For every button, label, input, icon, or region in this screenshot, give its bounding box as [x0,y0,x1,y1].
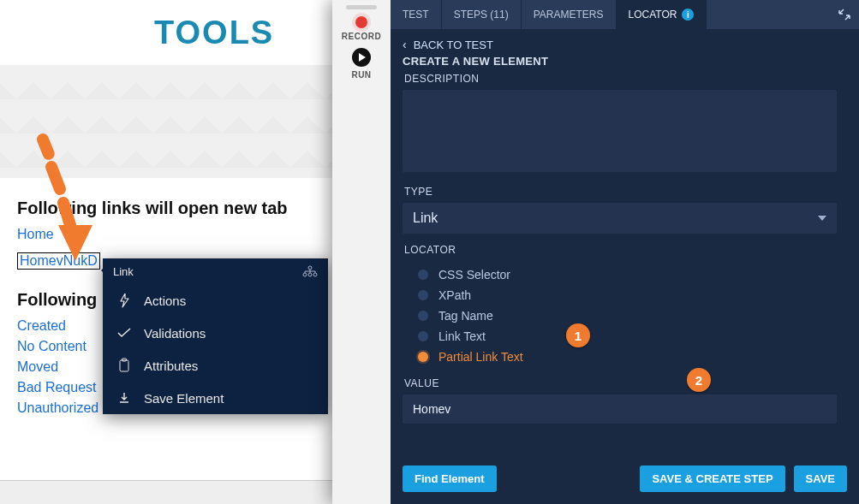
locator-linktext[interactable]: Link Text [418,326,837,347]
locator-partial-linktext[interactable]: Partial Link Text [418,347,837,367]
svg-point-4 [308,266,312,270]
tab-locator[interactable]: LOCATOR i [617,0,707,29]
ctx-label: Attributes [144,359,198,373]
collapse-button[interactable] [830,0,859,29]
type-select[interactable]: Link [403,203,837,234]
locator-options: CSS Selector XPath Tag Name Link Text Pa… [403,261,837,367]
download-icon [116,390,132,406]
back-to-test[interactable]: ‹ BACK TO TEST [391,29,859,55]
ctx-label: Actions [144,294,186,308]
tab-test[interactable]: TEST [391,0,442,29]
ctx-label: Save Element [144,391,224,406]
svg-rect-8 [120,360,128,371]
chevron-down-icon [818,216,826,221]
site-logo: TOOLS [154,15,274,51]
run-button[interactable]: RUN [351,48,371,80]
button-bar: Find Element SAVE & CREATE STEP SAVE [391,454,859,504]
locator-xpath[interactable]: XPath [418,285,837,305]
value-input[interactable] [403,394,837,424]
panel-main: TEST STEPS (11) PARAMETERS LOCATOR i ‹ B… [391,0,859,504]
description-input[interactable] [403,90,837,172]
ctx-validations[interactable]: Validations [103,317,328,349]
save-create-step-button[interactable]: SAVE & CREATE STEP [640,465,784,492]
context-menu-header: Link [103,258,328,284]
context-menu-title: Link [113,265,134,278]
bolt-icon [116,293,132,308]
minimize-icon [838,9,850,21]
ctx-attributes[interactable]: Attributes [103,349,328,382]
ctx-actions[interactable]: Actions [103,284,328,317]
action-rail: RECORD RUN [332,0,391,504]
svg-point-7 [313,273,317,276]
form-title: CREATE A NEW ELEMENT [391,55,859,73]
chevron-left-icon: ‹ [403,38,407,51]
drag-handle[interactable] [346,5,377,9]
save-button[interactable]: SAVE [794,465,847,492]
type-value: Link [413,210,438,226]
value-label: VALUE [404,377,837,389]
description-label: DESCRIPTION [404,73,837,85]
clipboard-icon [116,358,132,373]
recorder-panel: RECORD RUN TEST STEPS (11) PARAMETERS LO… [332,0,859,504]
check-icon [116,325,132,341]
ctx-label: Validations [144,326,206,341]
hierarchy-icon[interactable] [302,265,318,277]
panel-tabs: TEST STEPS (11) PARAMETERS LOCATOR i [391,0,859,29]
locator-tagname[interactable]: Tag Name [418,305,837,326]
info-icon: i [682,9,694,21]
type-label: TYPE [404,186,837,198]
form-body: DESCRIPTION TYPE Link LOCATOR CSS Select… [391,73,859,454]
element-context-menu: Link Actions Validations Attributes Save… [103,258,328,414]
svg-point-6 [308,273,312,276]
callout-1: 1 [566,323,590,347]
play-icon [352,48,371,67]
tab-steps[interactable]: STEPS (11) [442,0,522,29]
callout-2: 2 [687,368,711,392]
tab-parameters[interactable]: PARAMETERS [522,0,617,29]
ctx-save-element[interactable]: Save Element [103,382,328,414]
record-icon [355,16,367,28]
link-home-dynamic[interactable]: HomevNukD [17,252,100,270]
locator-label: LOCATOR [404,244,837,256]
locator-css[interactable]: CSS Selector [418,264,837,285]
svg-point-5 [303,273,307,276]
record-button[interactable]: RECORD [342,16,381,41]
find-element-button[interactable]: Find Element [403,465,497,492]
